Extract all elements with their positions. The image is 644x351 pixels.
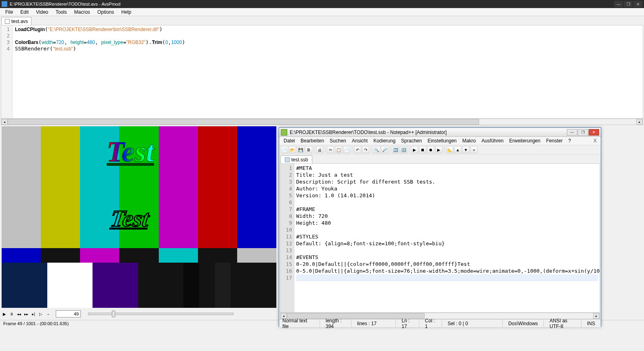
npp-scroll-thumb[interactable] — [287, 313, 425, 319]
toolbar-button[interactable]: 📋 — [335, 146, 342, 153]
status-ln: Ln : 17 — [396, 320, 419, 327]
avspmod-code[interactable]: LoadCPlugin("E:\PROJEKTE\SSBRenderer\bin… — [13, 25, 643, 118]
npp-menu-datei[interactable]: Datei — [281, 137, 298, 144]
npp-tabbar: test.ssb — [279, 155, 601, 163]
avspmod-app-icon — [2, 1, 7, 7]
status-eol: Dos\Windows — [502, 320, 543, 327]
npp-titlebar[interactable]: E:\PROJEKTE\SSBRenderer\TODO\test.ssb - … — [279, 128, 601, 137]
toolbar-button[interactable]: 🔎 — [381, 146, 388, 153]
playback-controls: ▶ ⏸ ◂◂ ▸▸ ▸| ▷ → — [0, 309, 277, 319]
npp-tab-close-icon[interactable]: X — [591, 137, 599, 144]
toolbar-button[interactable]: ✂ — [327, 146, 334, 153]
npp-gutter: 1234567891011121314151617 — [280, 164, 295, 312]
menu-tools[interactable]: Tools — [52, 8, 71, 16]
avspmod-editor[interactable]: 1234 LoadCPlugin("E:\PROJEKTE\SSBRendere… — [1, 25, 643, 119]
avspmod-titlebar[interactable]: E:\PROJEKTE\SSBRenderer\TODO\test.avs - … — [0, 0, 644, 8]
goto-icon[interactable]: → — [45, 311, 51, 317]
toolbar-button[interactable]: ▶ — [411, 146, 418, 153]
menu-video[interactable]: Video — [32, 8, 52, 16]
toolbar-button[interactable]: ↷ — [362, 146, 369, 153]
toolbar-button[interactable]: 📄 — [343, 146, 350, 153]
slider-knob[interactable] — [112, 311, 115, 317]
npp-tab-label: test.ssb — [291, 157, 308, 163]
toolbar-button[interactable]: 🔠 — [400, 146, 407, 153]
avspmod-hscroll[interactable]: ◂ ▸ — [1, 119, 643, 125]
play-external-icon[interactable]: ▷ — [38, 311, 44, 317]
status-length: length : 394 — [320, 320, 351, 327]
toolbar-button[interactable]: ▼ — [462, 146, 469, 153]
npp-menu-bearbeiten[interactable]: Bearbeiten — [298, 137, 327, 144]
npp-menu-erweiterungen[interactable]: Erweiterungen — [506, 137, 543, 144]
toolbar-button[interactable]: 📂 — [289, 146, 296, 153]
npp-menu-sprachen[interactable]: Sprachen — [398, 137, 425, 144]
status-lines: lines : 17 — [351, 320, 396, 327]
prev-frame-icon[interactable]: ◂◂ — [16, 311, 22, 317]
npp-menu-ansicht[interactable]: Ansicht — [349, 137, 370, 144]
toolbar-button[interactable]: ⏹ — [419, 146, 426, 153]
npp-statusbar: Normal text file length : 394 lines : 17… — [279, 319, 601, 327]
step-back-icon[interactable]: ▸| — [31, 311, 36, 317]
npp-tab-test-ssb[interactable]: test.ssb — [280, 155, 312, 163]
notepadpp-window: E:\PROJEKTE\SSBRenderer\TODO\test.ssb - … — [279, 127, 601, 327]
npp-menubar: Datei Bearbeiten Suchen Ansicht Kodierun… — [279, 137, 601, 145]
file-icon — [285, 157, 290, 162]
avspmod-title: E:\PROJEKTE\SSBRenderer\TODO\test.avs - … — [10, 2, 614, 6]
overlay-text-1: Test — [107, 135, 154, 169]
toolbar-button[interactable]: » — [470, 146, 478, 153]
status-col: Col : 1 — [419, 320, 442, 327]
scroll-thumb[interactable] — [8, 119, 479, 125]
maximize-button[interactable]: ❐ — [624, 1, 633, 7]
frame-input[interactable] — [56, 310, 81, 318]
toolbar-button[interactable]: ▲ — [454, 146, 461, 153]
status-sel: Sel : 0 | 0 — [442, 320, 502, 327]
toolbar-button[interactable]: 🔍 — [373, 146, 380, 153]
toolbar-button[interactable]: ⏺ — [427, 146, 434, 153]
next-frame-icon[interactable]: ▸▸ — [23, 311, 29, 317]
status-insert: INS — [581, 320, 601, 327]
toolbar-button[interactable]: 📄 — [281, 146, 288, 153]
scroll-left-icon[interactable]: ◂ — [1, 119, 8, 125]
npp-menu-suchen[interactable]: Suchen — [327, 137, 349, 144]
toolbar-button[interactable]: ▶ — [435, 146, 442, 153]
npp-menu-kodierung[interactable]: Kodierung — [370, 137, 398, 144]
menu-macros[interactable]: Macros — [71, 8, 94, 16]
npp-app-icon — [281, 129, 287, 136]
pause-icon[interactable]: ⏸ — [9, 311, 15, 317]
npp-menu-einstellungen[interactable]: Einstellungen — [425, 137, 459, 144]
npp-menu-fenster[interactable]: Fenster — [543, 137, 566, 144]
tab-label: test.avs — [11, 19, 28, 24]
overlay-text-2: Test — [109, 205, 151, 232]
npp-scroll-track[interactable] — [287, 313, 593, 319]
npp-editor[interactable]: 1234567891011121314151617 #META Title: J… — [280, 163, 600, 313]
toolbar-button[interactable]: 📐 — [446, 146, 453, 153]
minimize-button[interactable]: — — [614, 1, 623, 7]
npp-menu-ausfuehren[interactable]: Ausführen — [479, 137, 507, 144]
npp-minimize-button[interactable]: — — [567, 129, 577, 136]
npp-menu-help[interactable]: ? — [565, 137, 574, 144]
timeline-slider[interactable] — [88, 313, 234, 315]
close-button[interactable]: ✕ — [633, 1, 642, 7]
play-icon[interactable]: ▶ — [2, 311, 7, 317]
scroll-track[interactable] — [8, 119, 636, 125]
status-encoding: ANSI as UTF-8 — [543, 320, 581, 327]
toolbar-button[interactable]: 💾 — [297, 146, 304, 153]
tab-test-avs[interactable]: test.avs — [1, 17, 32, 25]
npp-hscroll[interactable]: ◂ ▸ — [280, 313, 600, 319]
toolbar-button[interactable]: 🔤 — [392, 146, 399, 153]
npp-menu-makro[interactable]: Makro — [459, 137, 478, 144]
npp-scroll-right-icon[interactable]: ▸ — [593, 313, 600, 319]
npp-toolbar: 📄📂💾🗎🖨✂📋📄↶↷🔍🔎🔤🔠▶⏹⏺▶📐▲▼» — [279, 145, 601, 155]
menu-edit[interactable]: Edit — [17, 8, 32, 16]
toolbar-button[interactable]: 🗎 — [305, 146, 312, 153]
npp-close-button[interactable]: ✕ — [589, 129, 599, 136]
scroll-right-icon[interactable]: ▸ — [636, 119, 643, 125]
npp-maximize-button[interactable]: ❐ — [578, 129, 588, 136]
menu-help[interactable]: Help — [118, 8, 135, 16]
toolbar-button[interactable]: ↶ — [354, 146, 361, 153]
menu-file[interactable]: File — [2, 8, 17, 16]
toolbar-button[interactable]: 🖨 — [316, 146, 323, 153]
menu-options[interactable]: Options — [94, 8, 118, 16]
colorbars-bottom — [2, 263, 276, 308]
npp-title: E:\PROJEKTE\SSBRenderer\TODO\test.ssb - … — [290, 130, 567, 135]
npp-code[interactable]: #META Title: Just a test Description: Sc… — [295, 164, 600, 312]
